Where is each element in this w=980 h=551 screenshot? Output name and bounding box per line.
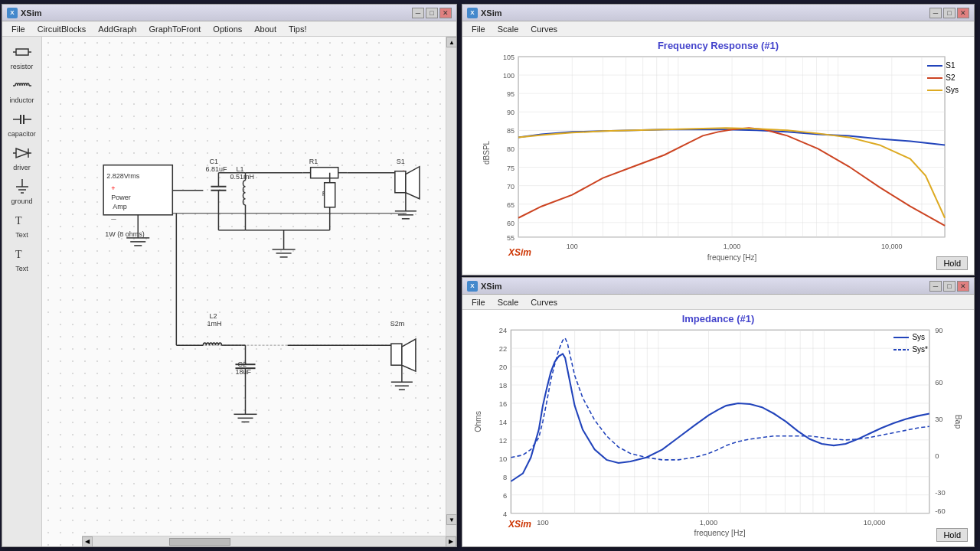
svg-rect-46 [311, 168, 338, 178]
schematic-window-title: XSim [21, 8, 412, 18]
svg-text:22: 22 [499, 345, 507, 353]
svg-text:1mH: 1mH [207, 320, 221, 328]
svg-text:Power: Power [111, 194, 131, 201]
svg-text:L2: L2 [209, 312, 217, 320]
imp-hold-button[interactable]: Hold [936, 528, 968, 542]
scroll-right-arrow[interactable]: ▶ [446, 536, 456, 547]
imp-window-buttons: ─ □ ✕ [929, 281, 969, 292]
frequency-response-svg: 105 100 95 90 85 80 75 70 65 60 55 dBSPL… [466, 53, 971, 268]
svg-text:0: 0 [935, 452, 939, 460]
svg-text:100: 100 [503, 72, 514, 80]
menu-file-imp[interactable]: File [466, 296, 492, 308]
maximize-button-freq[interactable]: □ [943, 8, 956, 18]
legend-s1: S1 [927, 60, 959, 72]
sidebar-item-text1[interactable]: T Text [4, 208, 41, 240]
imp-brand-label: XSim [508, 519, 531, 530]
minimize-button-left[interactable]: ─ [412, 8, 424, 18]
capacitor-icon [10, 109, 34, 130]
menu-scale-freq[interactable]: Scale [492, 23, 525, 35]
xsim-icon-bottom-right: X [467, 281, 478, 292]
menu-curves-imp[interactable]: Curves [524, 296, 564, 308]
svg-text:85: 85 [507, 127, 514, 135]
legend-imp-sys-star: Sys* [893, 344, 928, 356]
sidebar-item-text2[interactable]: T Text [4, 242, 41, 274]
minimize-button-imp[interactable]: ─ [929, 281, 942, 292]
freq-hold-button[interactable]: Hold [936, 256, 968, 270]
ground-label: ground [11, 197, 32, 205]
svg-text:L1: L1 [236, 165, 243, 173]
svg-text:16: 16 [499, 400, 507, 408]
menu-addgraph[interactable]: AddGraph [92, 23, 142, 35]
minimize-button-freq[interactable]: ─ [929, 8, 942, 18]
menu-curves-freq[interactable]: Curves [524, 23, 564, 35]
svg-text:6.81uF: 6.81uF [205, 165, 227, 173]
svg-text:90: 90 [507, 109, 514, 116]
svg-text:Ohms: Ohms [474, 411, 482, 432]
ground-icon [10, 176, 34, 197]
svg-text:1,000: 1,000 [724, 243, 741, 250]
schematic-title-bar[interactable]: X XSim ─ □ ✕ [2, 5, 456, 21]
maximize-button-left[interactable]: □ [426, 8, 438, 18]
legend-sys-label: Sys [946, 84, 959, 96]
legend-imp-sys-line [893, 337, 909, 338]
svg-text:20: 20 [499, 364, 507, 371]
freq-title-bar[interactable]: X XSim ─ □ ✕ [462, 5, 974, 21]
sidebar-item-capacitor[interactable]: capacitor [4, 107, 41, 139]
sidebar-item-resistor[interactable]: resistor [4, 40, 41, 72]
text1-label: Text [15, 231, 28, 239]
horizontal-scrollbar-thumb[interactable] [169, 538, 230, 546]
horizontal-scrollbar[interactable]: ◀ ▶ [82, 536, 456, 546]
sidebar-item-ground[interactable]: ground [4, 174, 41, 207]
scroll-down-arrow[interactable]: ▼ [446, 514, 456, 525]
sidebar-item-driver[interactable]: driver [4, 141, 41, 173]
maximize-button-imp[interactable]: □ [943, 281, 956, 292]
sidebar-item-inductor[interactable]: inductor [4, 73, 41, 106]
svg-text:100: 100 [567, 243, 578, 250]
close-button-freq[interactable]: ✕ [957, 8, 969, 18]
svg-text:C1: C1 [209, 158, 218, 165]
svg-text:4: 4 [503, 510, 507, 518]
svg-text:75: 75 [507, 165, 514, 172]
impedance-window: X XSim ─ □ ✕ File Scale Curves Impedance… [462, 277, 975, 547]
xsim-icon-left: X [7, 8, 18, 18]
svg-marker-57 [406, 167, 420, 199]
menu-scale-imp[interactable]: Scale [492, 296, 525, 308]
scroll-left-arrow[interactable]: ◀ [82, 536, 93, 547]
svg-rect-85 [391, 344, 402, 365]
menu-file-freq[interactable]: File [466, 23, 492, 35]
component-sidebar: resistor inductor [2, 37, 42, 546]
svg-text:14: 14 [499, 419, 507, 426]
svg-rect-51 [325, 183, 335, 207]
svg-text:55: 55 [507, 234, 514, 242]
svg-text:T: T [15, 215, 22, 227]
svg-text:100: 100 [537, 519, 549, 527]
svg-text:10,000: 10,000 [881, 243, 903, 250]
frequency-response-window: X XSim ─ □ ✕ File Scale Curves Frequency… [462, 4, 975, 276]
svg-text:1,000: 1,000 [700, 519, 717, 527]
close-button-left[interactable]: ✕ [439, 8, 452, 18]
svg-rect-95 [518, 57, 945, 237]
svg-text:60: 60 [935, 379, 942, 386]
schematic-main-area: resistor inductor [2, 37, 456, 546]
driver-label: driver [13, 164, 31, 171]
svg-text:60: 60 [507, 220, 514, 227]
svg-text:-30: -30 [935, 489, 946, 497]
menu-circuitblocks[interactable]: CircuitBlocks [31, 23, 93, 35]
menu-tips[interactable]: Tips! [283, 23, 312, 35]
menu-file-left[interactable]: File [5, 23, 31, 35]
freq-menu-bar: File Scale Curves [462, 21, 974, 37]
xsim-icon-top-right: X [467, 8, 478, 18]
imp-title-bar[interactable]: X XSim ─ □ ✕ [462, 278, 974, 295]
menu-options[interactable]: Options [207, 23, 248, 35]
schematic-canvas[interactable]: 2.828Vrms + Power Amp ─ 1W (8 ohms) C1 6… [42, 37, 456, 546]
close-button-imp[interactable]: ✕ [957, 281, 969, 292]
menu-graphtofront[interactable]: GraphToFront [142, 23, 207, 35]
svg-text:Bap: Bap [954, 415, 962, 429]
legend-imp-sys-star-line [893, 349, 909, 350]
freq-graph-title: Frequency Response (#1) [466, 40, 971, 51]
scroll-up-arrow[interactable]: ▲ [446, 37, 456, 47]
vertical-scrollbar[interactable]: ▲ ▼ [446, 37, 456, 536]
svg-text:+: + [111, 184, 115, 192]
legend-imp-sys-label: Sys [912, 331, 925, 344]
menu-about[interactable]: About [248, 23, 283, 35]
